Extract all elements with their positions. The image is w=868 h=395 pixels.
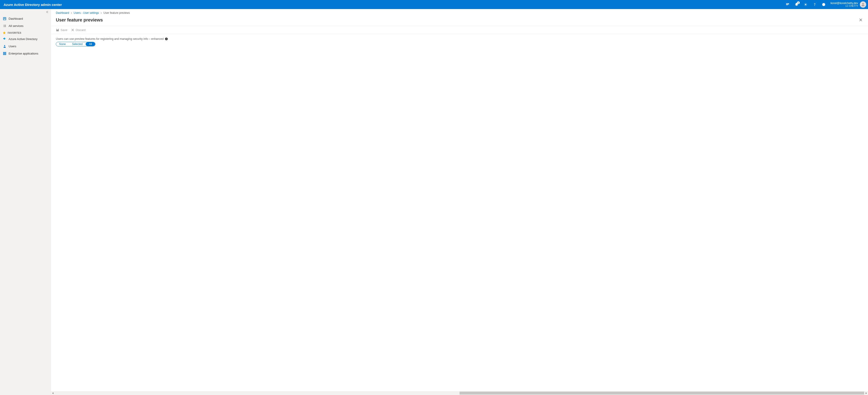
user-org: LC CHETTY [831, 5, 858, 7]
feedback-icon[interactable] [819, 0, 828, 9]
chevron-right-icon: › [71, 11, 72, 15]
save-button[interactable]: Save [56, 28, 67, 32]
option-none[interactable]: None [56, 42, 69, 46]
svg-rect-8 [5, 18, 6, 18]
sidebar: Dashboard All services FAVORITES Azure A… [0, 9, 51, 395]
discard-button[interactable]: Discard [71, 28, 86, 32]
sidebar-item-label: Enterprise applications [8, 52, 38, 55]
svg-rect-22 [5, 53, 6, 54]
notifications-badge: 1 [797, 1, 800, 4]
svg-point-4 [824, 4, 825, 4]
breadcrumb-current: User feature previews [103, 11, 130, 15]
save-label: Save [61, 28, 67, 32]
svg-rect-20 [3, 53, 4, 54]
close-blade-button[interactable] [857, 16, 864, 24]
app-title: Azure Active Directory admin center [4, 3, 62, 6]
scroll-thumb[interactable] [460, 392, 864, 395]
svg-rect-9 [3, 19, 5, 20]
aad-icon [3, 37, 6, 41]
collapse-sidebar-button[interactable] [0, 9, 51, 15]
option-all[interactable]: All [86, 42, 95, 46]
option-selected[interactable]: Selected [69, 42, 86, 46]
star-icon [3, 31, 6, 34]
svg-rect-23 [3, 54, 4, 55]
top-bar: Azure Active Directory admin center 1 li… [0, 0, 868, 9]
scroll-track[interactable] [55, 391, 864, 395]
horizontal-scrollbar[interactable] [51, 391, 868, 395]
settings-icon[interactable] [801, 0, 810, 9]
svg-rect-24 [4, 54, 5, 55]
users-icon [3, 44, 6, 48]
page-title: User feature previews [56, 18, 103, 23]
user-email: lionel@lionelchetty.dev [831, 2, 858, 5]
svg-rect-25 [5, 54, 6, 55]
svg-point-5 [862, 3, 864, 4]
save-icon [56, 28, 59, 32]
breadcrumb-users-settings[interactable]: Users - User settings [74, 11, 99, 15]
breadcrumb-dashboard[interactable]: Dashboard [56, 11, 69, 15]
avatar [860, 1, 866, 8]
sidebar-section-favorites: FAVORITES [0, 29, 51, 35]
chevron-right-icon: › [101, 11, 102, 15]
close-icon [71, 28, 74, 32]
sidebar-item-aad[interactable]: Azure Active Directory [0, 35, 51, 43]
sidebar-item-users[interactable]: Users [0, 43, 51, 50]
account-menu[interactable]: lionel@lionelchetty.dev LC CHETTY [828, 0, 868, 9]
sidebar-item-label: Dashboard [8, 17, 23, 20]
svg-point-16 [4, 45, 5, 46]
svg-rect-17 [3, 52, 4, 53]
setting-label-row: Users can use preview features for regis… [56, 37, 863, 40]
breadcrumb: Dashboard › Users - User settings › User… [51, 10, 868, 16]
svg-point-10 [3, 25, 4, 25]
shell-directory-switch-icon[interactable] [783, 0, 792, 9]
sidebar-item-all-services[interactable]: All services [0, 22, 51, 29]
sidebar-item-enterprise-apps[interactable]: Enterprise applications [0, 50, 51, 57]
segmented-control: None Selected All [56, 42, 95, 46]
setting-label: Users can use preview features for regis… [56, 37, 164, 40]
favorites-label: FAVORITES [8, 32, 21, 34]
main-pane: Dashboard › Users - User settings › User… [51, 9, 868, 395]
svg-point-12 [3, 26, 4, 26]
svg-rect-21 [4, 53, 5, 54]
scroll-right-icon[interactable] [864, 391, 868, 395]
sidebar-item-label: All services [8, 24, 24, 28]
svg-rect-19 [5, 52, 6, 53]
list-icon [3, 24, 6, 28]
help-icon[interactable] [810, 0, 819, 9]
sidebar-item-dashboard[interactable]: Dashboard [0, 15, 51, 22]
info-icon[interactable]: i [165, 37, 168, 40]
svg-rect-7 [3, 18, 4, 18]
svg-rect-18 [4, 52, 5, 53]
discard-label: Discard [76, 28, 86, 32]
svg-point-2 [822, 3, 825, 6]
apps-icon [3, 52, 6, 55]
svg-point-1 [814, 5, 815, 6]
command-bar: Save Discard [51, 26, 868, 34]
dashboard-icon [3, 17, 6, 20]
sidebar-item-label: Users [8, 45, 16, 48]
notifications-icon[interactable]: 1 [792, 0, 801, 9]
scroll-left-icon[interactable] [51, 391, 55, 395]
sidebar-item-label: Azure Active Directory [8, 37, 37, 41]
svg-point-14 [3, 26, 4, 27]
svg-point-0 [805, 4, 806, 5]
